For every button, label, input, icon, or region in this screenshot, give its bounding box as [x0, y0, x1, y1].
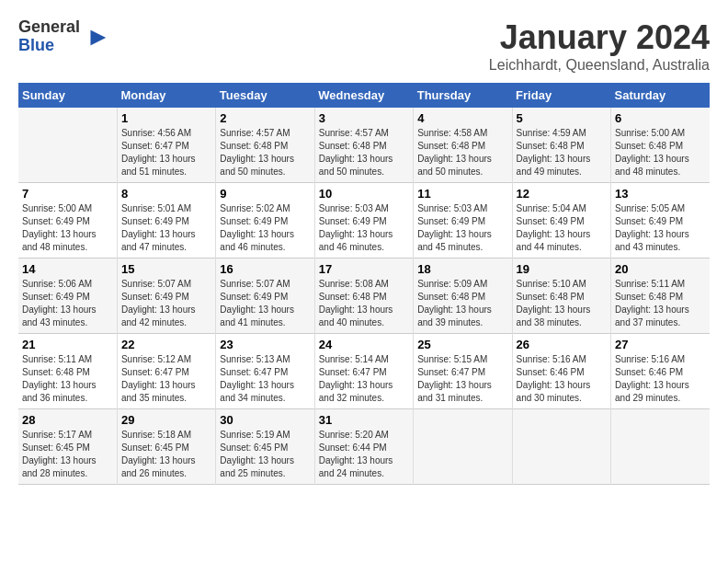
day-number: 20 — [615, 262, 706, 276]
day-cell: 31Sunrise: 5:20 AM Sunset: 6:44 PM Dayli… — [314, 409, 413, 485]
day-cell: 2Sunrise: 4:57 AM Sunset: 6:48 PM Daylig… — [216, 108, 314, 183]
logo: General Blue ► — [18, 18, 111, 55]
day-number: 16 — [220, 262, 310, 276]
day-cell — [611, 409, 710, 485]
day-number: 10 — [319, 187, 409, 201]
day-detail: Sunrise: 5:03 AM Sunset: 6:49 PM Dayligh… — [417, 202, 507, 254]
day-cell: 1Sunrise: 4:56 AM Sunset: 6:47 PM Daylig… — [117, 108, 215, 183]
calendar-body: 1Sunrise: 4:56 AM Sunset: 6:47 PM Daylig… — [18, 108, 710, 485]
day-cell: 12Sunrise: 5:04 AM Sunset: 6:49 PM Dayli… — [512, 183, 610, 259]
header-day-monday: Monday — [117, 83, 215, 108]
header-day-friday: Friday — [512, 83, 610, 108]
day-number: 13 — [615, 187, 706, 201]
day-detail: Sunrise: 5:03 AM Sunset: 6:49 PM Dayligh… — [319, 202, 409, 254]
day-detail: Sunrise: 4:58 AM Sunset: 6:48 PM Dayligh… — [417, 127, 507, 178]
day-detail: Sunrise: 5:08 AM Sunset: 6:48 PM Dayligh… — [319, 278, 409, 329]
day-cell: 27Sunrise: 5:16 AM Sunset: 6:46 PM Dayli… — [611, 334, 710, 409]
day-detail: Sunrise: 5:17 AM Sunset: 6:45 PM Dayligh… — [22, 429, 113, 480]
day-detail: Sunrise: 5:16 AM Sunset: 6:46 PM Dayligh… — [615, 353, 706, 405]
title-section: January 2024 Leichhardt, Queensland, Aus… — [489, 18, 710, 74]
header-day-thursday: Thursday — [414, 83, 512, 108]
day-detail: Sunrise: 4:56 AM Sunset: 6:47 PM Dayligh… — [121, 127, 211, 178]
day-cell: 28Sunrise: 5:17 AM Sunset: 6:45 PM Dayli… — [18, 409, 117, 485]
header-day-sunday: Sunday — [18, 83, 117, 108]
day-detail: Sunrise: 4:57 AM Sunset: 6:48 PM Dayligh… — [319, 127, 409, 178]
day-number: 3 — [319, 111, 409, 125]
day-cell — [414, 409, 512, 485]
day-detail: Sunrise: 5:04 AM Sunset: 6:49 PM Dayligh… — [517, 202, 607, 254]
day-detail: Sunrise: 5:20 AM Sunset: 6:44 PM Dayligh… — [319, 429, 409, 480]
day-cell: 23Sunrise: 5:13 AM Sunset: 6:47 PM Dayli… — [216, 334, 314, 409]
day-cell — [18, 108, 117, 183]
day-cell: 29Sunrise: 5:18 AM Sunset: 6:45 PM Dayli… — [117, 409, 215, 485]
calendar-table: SundayMondayTuesdayWednesdayThursdayFrid… — [18, 83, 710, 485]
day-detail: Sunrise: 5:11 AM Sunset: 6:48 PM Dayligh… — [22, 353, 113, 405]
day-cell: 30Sunrise: 5:19 AM Sunset: 6:45 PM Dayli… — [216, 409, 314, 485]
day-detail: Sunrise: 5:07 AM Sunset: 6:49 PM Dayligh… — [220, 278, 310, 329]
day-number: 27 — [615, 338, 706, 351]
day-number: 22 — [121, 338, 211, 351]
day-detail: Sunrise: 5:19 AM Sunset: 6:45 PM Dayligh… — [220, 429, 310, 480]
day-detail: Sunrise: 5:14 AM Sunset: 6:47 PM Dayligh… — [319, 353, 409, 405]
day-number: 30 — [220, 413, 310, 427]
logo-icon: ► — [85, 22, 111, 52]
day-number: 19 — [517, 262, 607, 276]
day-number: 11 — [417, 187, 507, 201]
week-row-2: 7Sunrise: 5:00 AM Sunset: 6:49 PM Daylig… — [18, 183, 710, 259]
day-number: 21 — [22, 338, 113, 351]
day-number: 12 — [517, 187, 607, 201]
day-detail: Sunrise: 5:18 AM Sunset: 6:45 PM Dayligh… — [121, 429, 211, 480]
day-number: 1 — [121, 111, 211, 125]
day-cell: 25Sunrise: 5:15 AM Sunset: 6:47 PM Dayli… — [414, 334, 512, 409]
logo-text: General Blue — [18, 18, 80, 55]
header-day-tuesday: Tuesday — [216, 83, 314, 108]
logo-general: General — [18, 17, 80, 36]
day-cell: 3Sunrise: 4:57 AM Sunset: 6:48 PM Daylig… — [314, 108, 413, 183]
day-number: 2 — [220, 111, 310, 125]
day-detail: Sunrise: 5:02 AM Sunset: 6:49 PM Dayligh… — [220, 202, 310, 254]
day-detail: Sunrise: 5:15 AM Sunset: 6:47 PM Dayligh… — [417, 353, 507, 405]
day-number: 17 — [319, 262, 409, 276]
day-detail: Sunrise: 5:06 AM Sunset: 6:49 PM Dayligh… — [22, 278, 113, 329]
day-cell: 24Sunrise: 5:14 AM Sunset: 6:47 PM Dayli… — [314, 334, 413, 409]
week-row-3: 14Sunrise: 5:06 AM Sunset: 6:49 PM Dayli… — [18, 259, 710, 334]
day-detail: Sunrise: 5:13 AM Sunset: 6:47 PM Dayligh… — [220, 353, 310, 405]
day-detail: Sunrise: 5:10 AM Sunset: 6:48 PM Dayligh… — [517, 278, 607, 329]
week-row-5: 28Sunrise: 5:17 AM Sunset: 6:45 PM Dayli… — [18, 409, 710, 485]
day-number: 29 — [121, 413, 211, 427]
day-detail: Sunrise: 5:09 AM Sunset: 6:48 PM Dayligh… — [417, 278, 507, 329]
week-row-1: 1Sunrise: 4:56 AM Sunset: 6:47 PM Daylig… — [18, 108, 710, 183]
logo-blue: Blue — [18, 36, 54, 54]
day-detail: Sunrise: 5:16 AM Sunset: 6:46 PM Dayligh… — [517, 353, 607, 405]
day-cell: 9Sunrise: 5:02 AM Sunset: 6:49 PM Daylig… — [216, 183, 314, 259]
day-number: 9 — [220, 187, 310, 201]
calendar-title: January 2024 — [489, 18, 710, 57]
day-number: 7 — [22, 187, 113, 201]
day-detail: Sunrise: 5:12 AM Sunset: 6:47 PM Dayligh… — [121, 353, 211, 405]
day-cell: 26Sunrise: 5:16 AM Sunset: 6:46 PM Dayli… — [512, 334, 610, 409]
day-cell: 5Sunrise: 4:59 AM Sunset: 6:48 PM Daylig… — [512, 108, 610, 183]
day-cell: 10Sunrise: 5:03 AM Sunset: 6:49 PM Dayli… — [314, 183, 413, 259]
day-cell: 11Sunrise: 5:03 AM Sunset: 6:49 PM Dayli… — [414, 183, 512, 259]
day-number: 8 — [121, 187, 211, 201]
day-number: 28 — [22, 413, 113, 427]
day-cell: 20Sunrise: 5:11 AM Sunset: 6:48 PM Dayli… — [611, 259, 710, 334]
day-cell: 17Sunrise: 5:08 AM Sunset: 6:48 PM Dayli… — [314, 259, 413, 334]
day-cell: 13Sunrise: 5:05 AM Sunset: 6:49 PM Dayli… — [611, 183, 710, 259]
day-detail: Sunrise: 5:00 AM Sunset: 6:48 PM Dayligh… — [615, 127, 706, 178]
day-cell: 22Sunrise: 5:12 AM Sunset: 6:47 PM Dayli… — [117, 334, 215, 409]
day-cell: 8Sunrise: 5:01 AM Sunset: 6:49 PM Daylig… — [117, 183, 215, 259]
day-number: 15 — [121, 262, 211, 276]
day-cell: 6Sunrise: 5:00 AM Sunset: 6:48 PM Daylig… — [611, 108, 710, 183]
day-cell: 14Sunrise: 5:06 AM Sunset: 6:49 PM Dayli… — [18, 259, 117, 334]
calendar-subtitle: Leichhardt, Queensland, Australia — [489, 57, 710, 74]
day-detail: Sunrise: 4:57 AM Sunset: 6:48 PM Dayligh… — [220, 127, 310, 178]
day-cell: 16Sunrise: 5:07 AM Sunset: 6:49 PM Dayli… — [216, 259, 314, 334]
day-number: 6 — [615, 111, 706, 125]
day-detail: Sunrise: 5:05 AM Sunset: 6:49 PM Dayligh… — [615, 202, 706, 254]
calendar-header-row: SundayMondayTuesdayWednesdayThursdayFrid… — [18, 83, 710, 108]
day-cell: 7Sunrise: 5:00 AM Sunset: 6:49 PM Daylig… — [18, 183, 117, 259]
day-number: 26 — [517, 338, 607, 351]
day-cell: 19Sunrise: 5:10 AM Sunset: 6:48 PM Dayli… — [512, 259, 610, 334]
day-cell: 21Sunrise: 5:11 AM Sunset: 6:48 PM Dayli… — [18, 334, 117, 409]
